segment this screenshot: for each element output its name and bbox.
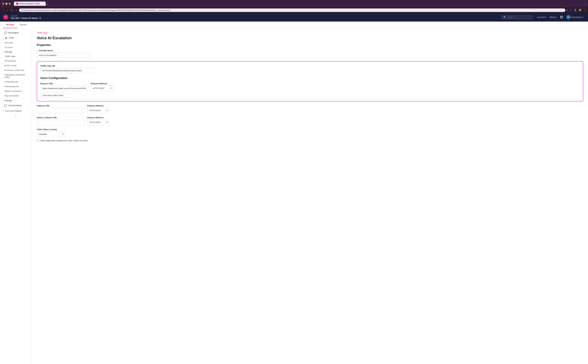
- console-label: Console: [11, 15, 41, 17]
- sidebar-label-messaging: Messaging: [8, 32, 18, 34]
- allow-dialing-checkbox[interactable]: [37, 139, 39, 142]
- sidebar-item-twiml-apps[interactable]: TwiML apps: [0, 54, 32, 58]
- share-icon[interactable]: ⎋: [567, 9, 568, 12]
- extensions-icon[interactable]: 🧩: [578, 9, 581, 12]
- tab-title: Phone Numbers | Twilio: [20, 3, 40, 5]
- tabs-chevron-icon[interactable]: ⌄: [584, 2, 586, 5]
- page-title: Voice AI Escalation: [37, 36, 583, 40]
- billing-chevron-icon: ▾: [555, 16, 557, 18]
- sidebar-item-credential-lists[interactable]: Credential lists: [0, 79, 32, 84]
- sidebar-label-manage: Manage: [5, 51, 12, 53]
- account-menu[interactable]: Account ▾: [535, 15, 547, 19]
- fallback-url-row: Fallback URL Request Method HTTP POST HT…: [37, 104, 583, 113]
- docs-help-icon: ?: [3, 110, 4, 112]
- breadcrumb-link-twiml-apps[interactable]: TwiML apps: [37, 32, 48, 34]
- close-window-button[interactable]: [2, 3, 4, 5]
- refresh-button[interactable]: ↻: [10, 8, 13, 12]
- status-callback-url-label: Status Callback URL: [37, 116, 85, 119]
- collapse-sidebar-button[interactable]: «: [0, 114, 32, 119]
- voice-icon: 🔊: [5, 37, 8, 39]
- status-callback-url-input[interactable]: [37, 120, 85, 125]
- status-callback-grid: Status Callback URL Request Method HTTP …: [37, 116, 583, 125]
- fallback-url-field: Fallback URL: [37, 104, 85, 113]
- sidebar-item-voice[interactable]: ∨ 🔊 Voice: [0, 35, 32, 40]
- menu-icon[interactable]: ⋮: [583, 9, 586, 12]
- conversations-icon: 💭: [4, 104, 7, 107]
- allow-dialing-label: Allow Application Dialing from other Twi…: [40, 139, 87, 142]
- request-method-select[interactable]: HTTP POST HTTP GET: [91, 86, 113, 91]
- forward-button[interactable]: ›: [6, 8, 8, 12]
- sidebar-item-stream-connectors[interactable]: Stream connectors: [0, 89, 32, 93]
- project-chevron-button[interactable]: ▾: [39, 17, 41, 20]
- account-label: Account: [537, 16, 544, 18]
- voice-config-heading: Voice Configuration: [40, 77, 580, 80]
- twiml-app-sid-input[interactable]: [40, 68, 95, 73]
- search-box[interactable]: 🔍: [501, 15, 533, 20]
- caller-name-lookup-select[interactable]: Disabled Enabled: [37, 131, 66, 137]
- browser-addressbar: ‹ › ↻ ⌂ ⎋ ☆ 👤 🧩 ⋮: [0, 7, 588, 13]
- project-name: Flex APJ - Future CC Demo: [11, 17, 38, 19]
- fallback-url-label: Fallback URL: [37, 104, 85, 107]
- call-twilio-client-button[interactable]: Call using Twilio Client: [40, 93, 66, 98]
- sidebar-item-messaging[interactable]: › 💬 Messaging: [0, 30, 32, 35]
- sub-nav: Develop Monitor: [0, 22, 588, 28]
- request-url-label: Request URL: [40, 82, 88, 85]
- main-content: TwiML apps / Voice AI Escalation Propert…: [32, 28, 588, 364]
- back-button[interactable]: ‹: [2, 8, 5, 12]
- friendly-name-field: • Friendly Name: [37, 49, 583, 58]
- sidebar-item-byoc-trunks[interactable]: BYOC trunks: [0, 63, 32, 68]
- app-wrapper: Phone Numbers | Twilio × + ⌄ ‹ › ↻ ⌂ ⎋ ☆…: [0, 0, 588, 364]
- request-url-field: Request URL: [40, 82, 88, 91]
- sidebar-footer-docs[interactable]: ? Docs and Support ⋯: [0, 108, 32, 114]
- friendly-name-input[interactable]: [37, 53, 91, 58]
- sidebar-label-settings: Settings: [4, 99, 12, 102]
- account-chevron-icon: ▾: [545, 16, 546, 18]
- status-callback-method-label: Request Method: [87, 116, 119, 119]
- sidebar-item-origination[interactable]: Origination connection policy: [0, 72, 32, 79]
- billing-menu[interactable]: Billing ▾: [548, 15, 558, 19]
- grid-apps-button[interactable]: [559, 15, 564, 19]
- request-method-field: Request Method HTTP POST HTTP GET: [91, 82, 123, 91]
- sidebar-item-networking-info[interactable]: Networking info: [0, 84, 32, 89]
- messaging-icon: 💬: [4, 32, 7, 34]
- sidebar-item-voice-overview[interactable]: Overview: [0, 40, 32, 45]
- fallback-method-select[interactable]: HTTP POST HTTP GET: [87, 108, 110, 113]
- browser-titlebar: Phone Numbers | Twilio × + ⌄: [0, 0, 588, 7]
- minimize-window-button[interactable]: [6, 3, 7, 5]
- maximize-window-button[interactable]: [9, 3, 11, 5]
- browser-tab-active[interactable]: Phone Numbers | Twilio ×: [14, 2, 46, 6]
- request-url-input[interactable]: [40, 86, 88, 91]
- caller-name-lookup-field: Caller Name Lookup Disabled Enabled: [37, 128, 583, 137]
- profile-icon[interactable]: 👤: [574, 9, 577, 12]
- sidebar-item-ip-access[interactable]: IP access control lists: [0, 68, 32, 72]
- bookmark-icon[interactable]: ☆: [570, 9, 572, 12]
- browser-chrome: Phone Numbers | Twilio × + ⌄ ‹ › ↻ ⌂ ⎋ ☆…: [0, 0, 588, 13]
- fallback-url-grid: Fallback URL Request Method HTTP POST HT…: [37, 104, 583, 113]
- status-callback-method-select[interactable]: HTTP POST HTTP GET: [87, 120, 110, 125]
- sidebar-item-conversations[interactable]: › 💭 Conversations: [0, 103, 32, 108]
- request-method-label: Request Method: [91, 82, 123, 85]
- project-selector[interactable]: Flex APJ - Future CC Demo ▾: [11, 17, 41, 20]
- docs-more-icon[interactable]: ⋯: [27, 110, 29, 112]
- friendly-name-label: • Friendly Name: [37, 49, 583, 52]
- sidebar-item-sip-domains[interactable]: SIP domains: [0, 58, 32, 63]
- address-bar-input[interactable]: [19, 8, 565, 12]
- home-button[interactable]: ⌂: [15, 8, 18, 12]
- search-icon: 🔍: [503, 16, 506, 18]
- tab-monitor[interactable]: Monitor: [17, 22, 30, 28]
- sidebar-item-voice-try-it[interactable]: Try it out: [0, 45, 32, 50]
- sidebar-item-pay-connectors[interactable]: Pay connectors: [0, 93, 32, 98]
- user-chevron-icon: ▾: [582, 16, 583, 18]
- fallback-method-label: Request Method: [87, 104, 119, 107]
- status-callback-method-field: Request Method HTTP POST HTTP GET: [87, 116, 119, 125]
- fallback-url-input[interactable]: [37, 108, 85, 113]
- tab-develop[interactable]: Develop: [3, 22, 17, 28]
- new-tab-button[interactable]: +: [47, 3, 48, 6]
- search-input[interactable]: [507, 16, 530, 18]
- tab-favicon-icon: [16, 3, 18, 5]
- breadcrumb-separator: /: [48, 32, 49, 34]
- sidebar-item-settings[interactable]: › Settings: [0, 98, 32, 103]
- sidebar-section-manage[interactable]: ∨ Manage: [0, 50, 32, 54]
- user-menu[interactable]: CC Christopher ▾: [565, 14, 585, 20]
- tab-close-button[interactable]: ×: [42, 3, 43, 5]
